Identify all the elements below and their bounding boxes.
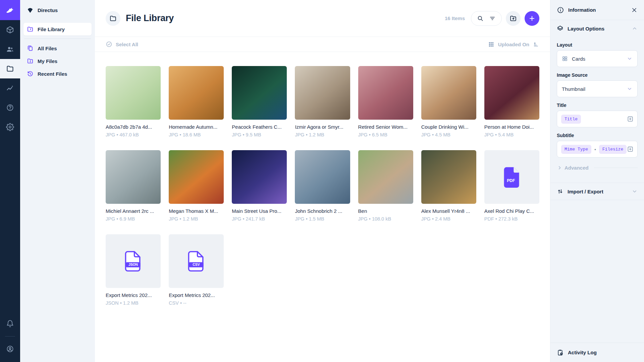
file-title: Person at Home Doi... [484,124,539,130]
file-card[interactable]: Retired Senior Wom...JPG • 6.5 MB [358,66,413,137]
image-source-value: Thumbnail [562,86,585,92]
module-users-icon[interactable] [0,40,20,59]
file-grid-scroll-area[interactable]: A8c0a7db 2b7a 4d...JPG • 467.0 kBHomemad… [95,52,550,362]
title-template-field[interactable]: Title [557,111,638,127]
image-thumbnail [295,66,350,120]
clipboard-clock-icon [557,349,564,356]
add-field-square-icon[interactable] [627,116,634,122]
mime-type-tag[interactable]: Mime Type [561,145,591,154]
sidebar-item-my-files[interactable]: My Files [23,55,92,67]
main-content: File Library 16 Items [95,0,550,362]
sidebar-item-file-library[interactable]: File Library [23,23,92,36]
file-meta: CSV • -- [169,300,224,306]
folder-user-icon [27,58,34,64]
layout-options-section[interactable]: Layout Options [550,20,644,37]
file-title: Michiel Annaert 2rc ... [106,208,161,214]
file-meta: JPG • 18.6 MB [169,132,224,137]
file-card[interactable]: PDFAxel Rod Chi Play C...PDF • 272.3 kB [484,150,539,222]
sidebar-item-label: My Files [38,58,57,64]
file-title: Couple Drinking Wi... [421,124,476,130]
check-circle-icon [106,41,112,48]
module-content-icon[interactable] [0,20,20,40]
image-thumbnail [421,150,476,204]
module-insights-icon[interactable] [0,78,20,98]
rail-divider [5,336,15,337]
sidebar-item-label: Recent Files [38,71,67,77]
sort-field-label[interactable]: Uploaded On [498,42,529,47]
file-doc-icon: CSV [187,251,205,272]
svg-text:CSV: CSV [193,263,200,266]
file-card[interactable]: Homemade Autumn...JPG • 18.6 MB [169,66,224,137]
project-switcher[interactable]: Directus [20,0,95,20]
advanced-toggle[interactable]: Advanced [557,165,638,171]
title-field-tag[interactable]: Title [561,115,581,124]
header-actions: 16 Items [445,11,539,26]
list-toolbar-right: Uploaded On [488,41,539,48]
user-avatar-icon[interactable] [0,339,20,359]
info-panel-title: Information [568,7,596,13]
image-thumbnail [232,150,287,204]
filter-icon[interactable] [489,15,496,22]
nav-divider [24,39,91,39]
upload-file-button[interactable] [525,11,539,26]
file-card[interactable]: BenJPG • 108.0 kB [358,150,413,222]
image-thumbnail [106,66,161,120]
folder-plus-icon [509,15,517,22]
info-icon [557,6,564,14]
file-card[interactable]: Izmir Agora or Smyr...JPG • 1.2 MB [295,66,350,137]
sidebar-item-recent-files[interactable]: Recent Files [23,67,92,80]
file-meta: JPG • 2.4 MB [421,216,476,222]
file-card[interactable]: John Schnobrich 2 ...JPG • 1.5 MB [295,150,350,222]
activity-log-button[interactable]: Activity Log [550,343,644,362]
plus-icon [528,15,536,22]
file-card[interactable]: CSVExport Metrics 202...CSV • -- [169,234,224,306]
search-filter-pill[interactable] [471,11,502,26]
directus-rabbit-logo[interactable] [0,0,20,20]
file-title: Axel Rod Chi Play C... [484,208,539,214]
sidebar-item-all-files[interactable]: All Files [23,42,92,55]
filesize-tag[interactable]: Filesize [599,145,627,154]
module-help-icon[interactable] [0,98,20,117]
file-card[interactable]: Megan Thomas X M...JPG • 1.2 MB [169,150,224,222]
list-toolbar: Select All Uploaded On [95,37,550,52]
advanced-label: Advanced [565,165,589,171]
file-card[interactable]: Alex Munsell Yr4n8 ...JPG • 2.4 MB [421,150,476,222]
project-name: Directus [38,7,58,13]
file-card[interactable]: Michiel Annaert 2rc ...JPG • 6.9 MB [106,150,161,222]
file-card[interactable]: Main Street Usa Pro...JPG • 241.7 kB [232,150,287,222]
file-card[interactable]: JSONExport Metrics 202...JSON • 1.2 MB [106,234,161,306]
file-card[interactable]: A8c0a7db 2b7a 4d...JPG • 467.0 kB [106,66,161,137]
sidebar-item-label: All Files [38,46,57,51]
layout-options-body: Layout Cards Image Source Thumbnail Titl… [550,37,644,178]
add-field-square-icon[interactable] [627,146,634,153]
file-meta: JPG • 241.7 kB [232,216,287,222]
file-title: A8c0a7db 2b7a 4d... [106,124,161,130]
search-icon[interactable] [477,15,484,22]
grid-view-icon[interactable] [488,41,494,48]
file-card[interactable]: Person at Home Doi...JPG • 5.4 MB [484,66,539,137]
panel-spacer [550,200,644,343]
file-meta: JPG • 4.5 MB [421,132,476,137]
notifications-bell-icon[interactable] [0,314,20,334]
image-thumbnail [169,150,224,204]
close-icon[interactable] [631,7,638,13]
image-thumbnail [421,66,476,120]
file-card[interactable]: Peacock Feathers C...JPG • 9.5 MB [232,66,287,137]
project-logo-icon [27,7,34,13]
layout-select[interactable]: Cards [557,50,638,67]
nav-list: File Library All Files My Files Recent F… [20,20,95,83]
image-source-select[interactable]: Thumbnail [557,80,638,97]
title-field-label: Title [557,103,638,108]
module-settings-icon[interactable] [0,117,20,137]
subtitle-template-field[interactable]: Mime Type • Filesize [557,141,638,158]
select-all-button[interactable]: Select All [106,41,138,48]
import-export-section[interactable]: Import / Export [550,183,644,200]
module-files-icon[interactable] [0,59,20,78]
rail-bottom-pad [0,359,20,362]
file-title: Homemade Autumn... [169,124,224,130]
create-folder-button[interactable] [506,11,521,26]
file-title: Peacock Feathers C... [232,124,287,130]
file-title: Ben [358,208,413,214]
sort-direction-icon[interactable] [533,41,539,48]
file-card[interactable]: Couple Drinking Wi...JPG • 4.5 MB [421,66,476,137]
